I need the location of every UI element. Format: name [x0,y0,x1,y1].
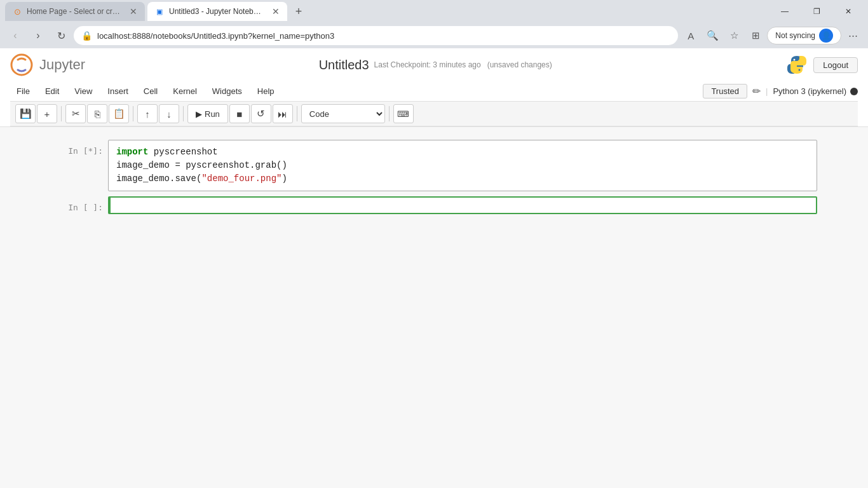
run-icon: ▶ [196,109,202,119]
svg-point-1 [794,59,796,61]
cell-1: In [*]: import pyscreenshotimage_demo = … [51,140,817,191]
logout-button[interactable]: Logout [813,57,858,73]
code-text-4: ) [281,173,287,184]
code-line-2: image_demo = pyscreenshot.grab() [116,159,809,172]
cell-2: In [ ]: [51,196,817,217]
secure-icon: 🔒 [81,30,92,41]
refresh-button[interactable]: ↻ [51,25,71,46]
kernel-separator: | [766,86,768,96]
toolbar: 💾 + ✂ ⎘ 📋 ↑ ↓ ▶ Run ■ ↺ ⏭ Code [10,102,858,126]
forward-button[interactable]: › [28,25,48,46]
menu-right: Trusted ✏ | Python 3 (ipykernel) [703,84,858,98]
jupyter-logo-icon [10,53,33,76]
browser-actions: A 🔍 ☆ ⊞ Not syncing 👤 ⋯ [681,25,863,46]
tab1-icon: ⊙ [13,7,22,16]
menu-widgets[interactable]: Widgets [206,84,248,98]
toolbar-separator-1 [61,106,62,121]
header-right: Logout [785,53,858,76]
notebook-title-area: Untitled3 Last Checkpoint: 3 minutes ago… [319,58,552,72]
checkpoint-info: Last Checkpoint: 3 minutes ago (unsaved … [374,60,552,69]
code-line-1: import pyscreenshot [116,146,809,159]
restart-run-button[interactable]: ⏭ [273,104,293,123]
title-bar: ⊙ Home Page - Select or create a... ✕ ▣ … [0,0,868,23]
menu-kernel[interactable]: Kernel [166,84,203,98]
cell-type-select[interactable]: Code Markdown Raw NBConvert Heading [301,104,385,123]
tab1-close[interactable]: ✕ [130,6,137,17]
close-button[interactable]: ✕ [834,0,863,23]
python-logo-icon [785,53,808,76]
collections-button[interactable]: ⊞ [745,25,766,46]
restore-button[interactable]: ❐ [802,0,831,23]
add-cell-button[interactable]: + [37,104,57,123]
toolbar-separator-2 [133,106,133,121]
save-button[interactable]: 💾 [15,104,36,123]
sync-avatar: 👤 [819,29,833,43]
tab2-icon: ▣ [155,7,164,16]
notebook-name[interactable]: Untitled3 [319,58,369,72]
kernel-info: Python 3 (ipykernel) [773,86,858,96]
code-string: "demo_four.png" [201,173,281,184]
trusted-button[interactable]: Trusted [703,84,747,98]
code-text: pyscreenshot [148,147,217,157]
code-text-2: = pyscreenshot.grab() [170,160,287,170]
keyboard-shortcuts-button[interactable]: ⌨ [393,104,414,123]
browser-tab-2[interactable]: ▣ Untitled3 - Jupyter Notebook ✕ [147,2,287,21]
url-bar[interactable]: 🔒 localhost:8888/notebooks/Untitled3.ipy… [74,26,678,45]
code-text-3: image_demo.save( [116,173,201,184]
address-bar: ‹ › ↻ 🔒 localhost:8888/notebooks/Untitle… [0,23,868,48]
favorites-button[interactable]: ☆ [724,25,744,46]
browser-tab-1[interactable]: ⊙ Home Page - Select or create a... ✕ [5,2,145,21]
move-down-button[interactable]: ↓ [159,104,179,123]
toolbar-separator-3 [183,106,184,121]
page-content: Jupyter Untitled3 Last Checkpoint: 3 min… [0,48,868,488]
sync-button[interactable]: Not syncing 👤 [767,27,841,44]
code-line-3: image_demo.save("demo_four.png") [116,172,809,186]
menu-insert[interactable]: Insert [101,84,135,98]
cell-2-body[interactable] [111,198,816,213]
back-button[interactable]: ‹ [5,25,25,46]
cut-cell-button[interactable]: ✂ [65,104,86,123]
paste-cell-button[interactable]: 📋 [109,104,129,123]
zoom-button[interactable]: 🔍 [702,25,722,46]
url-text: localhost:8888/notebooks/Untitled3.ipynb… [97,31,670,41]
sync-label: Not syncing [775,31,815,40]
menu-edit[interactable]: Edit [39,84,65,98]
run-label: Run [205,109,220,119]
cell-2-content[interactable] [108,196,817,214]
jupyter-header: Jupyter Untitled3 Last Checkpoint: 3 min… [0,48,868,127]
browser-frame: ⊙ Home Page - Select or create a... ✕ ▣ … [0,0,868,488]
kernel-status-dot [850,88,858,95]
notebook-area: In [*]: import pyscreenshotimage_demo = … [0,127,868,235]
svg-point-2 [799,69,801,71]
keyword-import: import [116,147,148,157]
tab2-title: Untitled3 - Jupyter Notebook [169,7,264,16]
edit-notebook-icon[interactable]: ✏ [752,85,761,97]
toolbar-separator-5 [389,106,390,121]
menu-file[interactable]: File [10,84,36,98]
cell-1-prompt: In [*]: [51,140,108,161]
jupyter-top: Jupyter Untitled3 Last Checkpoint: 3 min… [10,48,858,81]
window-controls: — ❐ ✕ [770,0,863,23]
more-button[interactable]: ⋯ [843,25,863,46]
cell-2-prompt: In [ ]: [51,196,108,217]
menu-cell[interactable]: Cell [137,84,164,98]
restart-button[interactable]: ↺ [251,104,271,123]
tab1-title: Home Page - Select or create a... [27,7,122,16]
reader-mode-button[interactable]: A [681,25,701,46]
run-button[interactable]: ▶ Run [187,104,228,123]
menu-view[interactable]: View [68,84,98,98]
copy-cell-button[interactable]: ⎘ [87,104,107,123]
cell-1-body[interactable]: import pyscreenshotimage_demo = pyscreen… [109,140,817,191]
code-var: image_demo [116,160,170,170]
tab2-close[interactable]: ✕ [272,6,280,17]
menu-help[interactable]: Help [251,84,281,98]
move-up-button[interactable]: ↑ [137,104,158,123]
toolbar-separator-4 [297,106,297,121]
kernel-name: Python 3 (ipykernel) [773,86,846,96]
stop-button[interactable]: ■ [229,104,250,123]
menu-bar: File Edit View Insert Cell Kernel Widget… [10,81,858,102]
cell-1-content[interactable]: import pyscreenshotimage_demo = pyscreen… [108,140,817,191]
new-tab-button[interactable]: + [290,3,308,20]
jupyter-text: Jupyter [39,57,85,73]
minimize-button[interactable]: — [770,0,799,23]
